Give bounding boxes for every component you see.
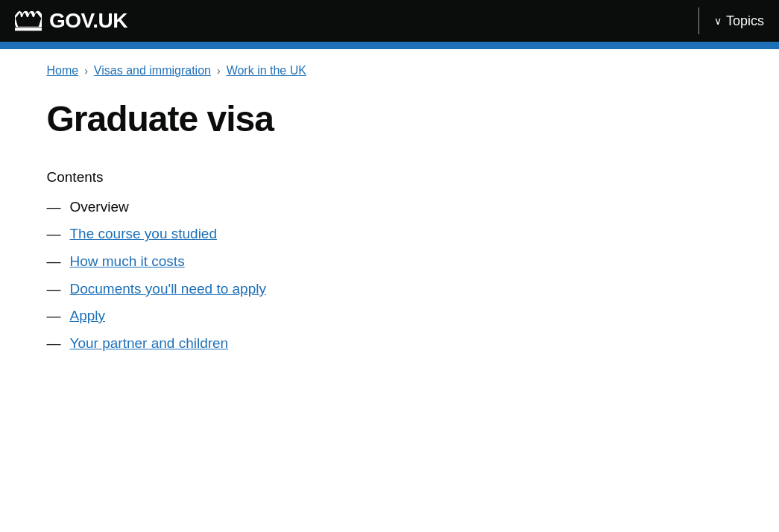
list-item: — Your partner and children [47, 334, 733, 354]
list-dash-1: — [47, 197, 61, 218]
list-dash-2: — [47, 224, 61, 244]
course-studied-link[interactable]: The course you studied [70, 224, 218, 244]
documents-link[interactable]: Documents you'll need to apply [70, 279, 266, 300]
list-item: — How much it costs [47, 252, 733, 272]
page-title: Graduate visa [47, 100, 733, 139]
apply-link[interactable]: Apply [70, 306, 106, 326]
breadcrumb-separator-1: › [84, 65, 88, 77]
list-item: — The course you studied [47, 224, 733, 244]
list-item: — Overview [47, 197, 733, 218]
contents-heading: Contents [47, 169, 733, 186]
chevron-down-icon: ∨ [714, 15, 722, 27]
contents-section: Contents — Overview — The course you stu… [47, 169, 733, 354]
topics-button[interactable]: ∨ Topics [714, 13, 764, 29]
list-item: — Documents you'll need to apply [47, 279, 733, 300]
list-dash-5: — [47, 306, 61, 326]
breadcrumb-separator-2: › [217, 65, 221, 77]
svg-rect-0 [15, 28, 42, 31]
breadcrumb-visas[interactable]: Visas and immigration [94, 64, 211, 77]
breadcrumb-work[interactable]: Work in the UK [227, 64, 306, 77]
breadcrumb-home[interactable]: Home [47, 64, 79, 77]
list-item: — Apply [47, 306, 733, 326]
crown-icon [15, 9, 42, 33]
gov-uk-label: GOV.UK [49, 9, 127, 33]
list-dash-4: — [47, 279, 61, 300]
blue-bar [0, 42, 779, 49]
how-much-link[interactable]: How much it costs [70, 252, 185, 272]
overview-item: Overview [70, 197, 129, 218]
contents-list: — Overview — The course you studied — Ho… [47, 197, 733, 354]
header-divider [698, 7, 699, 34]
header-right: ∨ Topics [684, 7, 764, 34]
list-dash-3: — [47, 252, 61, 272]
gov-uk-logo[interactable]: GOV.UK [15, 9, 127, 33]
list-dash-6: — [47, 334, 61, 354]
topics-label: Topics [726, 13, 764, 29]
partner-children-link[interactable]: Your partner and children [70, 334, 229, 354]
breadcrumb: Home › Visas and immigration › Work in t… [47, 64, 733, 77]
site-header: GOV.UK ∨ Topics [0, 0, 779, 42]
main-content: Home › Visas and immigration › Work in t… [32, 49, 748, 390]
